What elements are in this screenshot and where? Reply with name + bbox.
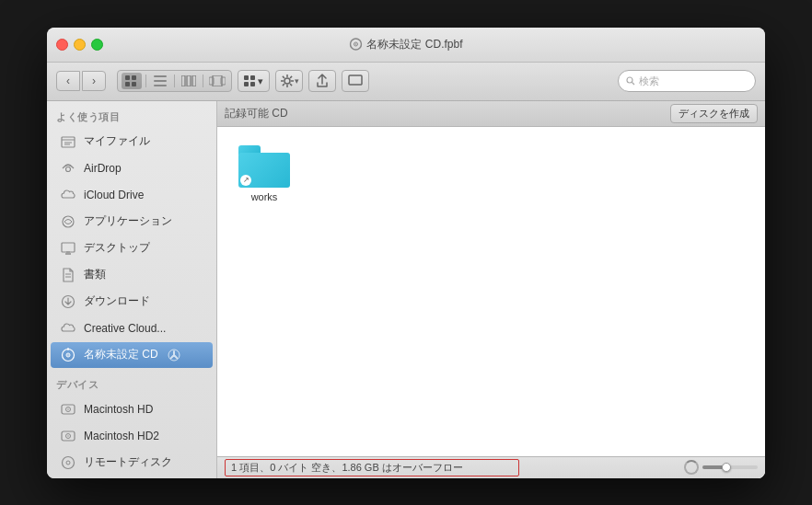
sidebar-label-macintosh-hd2: Macintosh HD2 — [84, 430, 159, 442]
svg-point-47 — [67, 348, 69, 350]
sidebar-item-remote[interactable]: リモートディスク — [51, 450, 213, 476]
cd-icon — [349, 38, 362, 51]
grid-icon — [125, 75, 138, 86]
svg-point-20 — [284, 78, 290, 84]
sidebar: よく使う項目 マイファイル — [47, 101, 217, 478]
sidebar-item-downloads[interactable]: ダウンロード — [51, 289, 213, 315]
sidebar-label-creative: Creative Cloud... — [84, 322, 166, 335]
icon-view-button[interactable] — [122, 73, 142, 89]
airdrop-icon — [60, 160, 76, 177]
svg-rect-5 — [125, 82, 130, 86]
svg-rect-3 — [125, 75, 130, 80]
icloud-icon — [60, 187, 76, 203]
sidebar-label-macintosh-hd: Macintosh HD — [84, 403, 153, 416]
column-view-button[interactable] — [179, 73, 199, 89]
disk-create-button[interactable]: ディスクを作成 — [670, 104, 758, 123]
svg-point-46 — [67, 354, 69, 356]
sidebar-item-macintosh-hd2[interactable]: Macintosh HD2 — [51, 423, 213, 449]
finder-window: 名称未設定 CD.fpbf ‹ › — [47, 28, 765, 478]
svg-point-30 — [627, 77, 632, 83]
sidebar-label-airdrop: AirDrop — [84, 162, 122, 175]
sidebar-item-airdrop[interactable]: AirDrop — [51, 155, 213, 181]
svg-point-36 — [66, 166, 71, 171]
svg-line-26 — [290, 84, 292, 86]
svg-rect-12 — [192, 75, 196, 86]
minimize-button[interactable] — [74, 39, 86, 51]
sidebar-label-myfiles: マイファイル — [84, 133, 150, 149]
desktop-icon — [60, 240, 76, 257]
coverflow-view-button[interactable] — [207, 73, 227, 89]
remote-disk-icon — [60, 454, 76, 471]
list-view-button[interactable] — [150, 73, 170, 89]
titlebar-center: 名称未設定 CD.fpbf — [349, 37, 462, 52]
share-button[interactable] — [308, 70, 336, 92]
action-chevron: ▾ — [295, 76, 299, 86]
coverflow-icon — [209, 75, 226, 86]
svg-line-31 — [632, 83, 635, 86]
file-item-works[interactable]: ↗ works — [232, 142, 296, 206]
search-placeholder: 検索 — [639, 75, 659, 88]
sidebar-item-cd[interactable]: 名称未設定 CD — [51, 342, 213, 368]
svg-rect-17 — [250, 75, 255, 80]
sidebar-item-myfiles[interactable]: マイファイル — [51, 129, 213, 155]
list-icon — [154, 75, 167, 86]
file-area: ↗ works — [217, 127, 765, 456]
arrange-button[interactable]: ▾ — [238, 70, 270, 92]
sidebar-label-desktop: デスクトップ — [84, 240, 150, 256]
macintosh-hd-icon — [60, 401, 76, 418]
sidebar-item-macintosh-hd[interactable]: Macintosh HD — [51, 396, 213, 422]
svg-rect-4 — [132, 75, 136, 80]
svg-line-28 — [290, 76, 292, 78]
myfiles-icon — [60, 133, 76, 150]
sidebar-label-cd: 名称未設定 CD — [84, 347, 158, 362]
forward-button[interactable]: › — [82, 71, 106, 91]
slider-thumb[interactable] — [722, 463, 731, 472]
sidebar-item-desktop[interactable]: デスクトップ — [51, 235, 213, 261]
status-text: 1 項目、0 バイト 空き、1.86 GB はオーバーフロー — [225, 459, 519, 476]
back-button[interactable]: ‹ — [56, 71, 80, 91]
search-box[interactable]: 検索 — [618, 70, 756, 92]
column-icon — [181, 75, 196, 86]
sidebar-item-documents[interactable]: 書類 — [51, 262, 213, 288]
alias-arrow: ↗ — [240, 175, 251, 186]
sidebar-item-creative[interactable]: Creative Cloud... — [51, 316, 213, 341]
location-text: 記録可能 CD — [225, 106, 288, 121]
view-divider3 — [203, 75, 203, 87]
monitor-icon — [348, 75, 363, 87]
documents-icon — [60, 267, 76, 283]
svg-rect-19 — [250, 82, 255, 86]
content-area: よく使う項目 マイファイル — [47, 101, 765, 478]
arrange-icon — [244, 75, 255, 86]
sidebar-item-apps[interactable]: アプリケーション — [51, 209, 213, 235]
view-buttons — [117, 70, 232, 92]
nav-buttons: ‹ › — [56, 71, 106, 91]
view-divider2 — [174, 75, 175, 87]
macintosh-hd2-icon — [60, 428, 76, 444]
sidebar-item-icloud[interactable]: iCloud Drive — [51, 182, 213, 208]
toolbar: ‹ › — [47, 63, 765, 101]
svg-rect-38 — [62, 243, 75, 252]
zoom-slider[interactable] — [702, 465, 758, 469]
maximize-button[interactable] — [91, 39, 103, 51]
action-button[interactable]: ▾ — [275, 70, 303, 92]
sidebar-label-downloads: ダウンロード — [84, 293, 150, 309]
svg-rect-29 — [349, 75, 362, 85]
monitor-button[interactable] — [342, 70, 369, 92]
folder-icon: ↗ — [238, 145, 290, 188]
svg-rect-16 — [244, 75, 249, 80]
svg-line-25 — [282, 76, 284, 78]
location-bar: 記録可能 CD ディスクを作成 — [217, 101, 765, 127]
main-area: 記録可能 CD ディスクを作成 ↗ works 1 項目、0 バイト 空き、1.… — [217, 101, 765, 478]
svg-rect-7 — [154, 75, 167, 77]
search-icon — [626, 76, 635, 86]
arrange-chevron: ▾ — [258, 75, 263, 87]
svg-rect-9 — [154, 85, 167, 86]
close-button[interactable] — [56, 39, 68, 51]
sidebar-label-documents: 書類 — [84, 267, 106, 282]
traffic-lights — [56, 39, 103, 51]
svg-rect-11 — [187, 75, 191, 86]
svg-rect-6 — [132, 82, 136, 86]
loading-spinner — [684, 460, 699, 475]
status-right — [684, 460, 758, 475]
status-bar: 1 項目、0 バイト 空き、1.86 GB はオーバーフロー — [217, 456, 765, 478]
